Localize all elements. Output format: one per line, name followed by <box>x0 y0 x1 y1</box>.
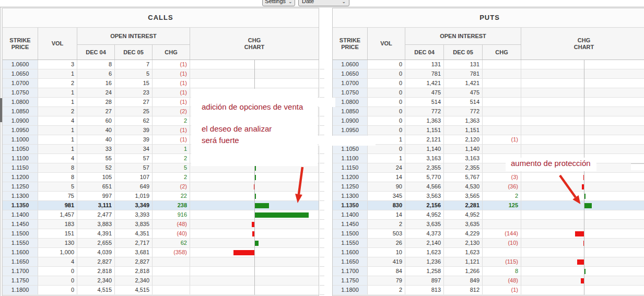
chg-cell <box>483 248 521 257</box>
table-row[interactable]: 1.13003453,5633,5652 <box>333 192 644 201</box>
panel-gap-row-ticks <box>320 60 324 296</box>
column-group-open-interest: OPEN INTEREST DEC 04 DEC 05 CHG <box>77 28 190 60</box>
table-row[interactable]: 1.15501302,6552,71762 <box>3 239 319 248</box>
strike-cell: 1.0700 <box>333 79 368 88</box>
table-row[interactable]: 1.16001,0004,0393,681(358) <box>3 248 319 257</box>
table-row[interactable]: 1.1400144,9524,952 <box>333 210 644 220</box>
strike-cell: 1.0650 <box>3 69 38 78</box>
column-header-chg: CHG <box>153 45 190 60</box>
vol-cell: 10 <box>368 248 405 257</box>
compare-date-button[interactable]: Compare Date ⌄ <box>298 0 349 6</box>
chg-cell: 2 <box>153 154 190 163</box>
table-row[interactable]: 1.07500475475 <box>333 88 644 98</box>
table-row[interactable]: 1.1300759971,01922 <box>3 192 319 201</box>
vol-cell: 1,457 <box>38 210 77 219</box>
table-row[interactable]: 1.13508302,1562,281125 <box>333 201 644 210</box>
oi-dec05-cell: 57 <box>115 163 153 172</box>
table-row[interactable]: 1.16504191,2361,121(115) <box>333 257 644 267</box>
table-row[interactable]: 1.13509813,1113,349238 <box>3 201 319 210</box>
table-row[interactable]: 1.15005034,3734,229(144) <box>333 229 644 239</box>
chg-chart-cell <box>521 286 644 294</box>
table-row[interactable]: 1.105001,1401,140 <box>333 145 644 154</box>
table-row[interactable]: 1.08000514514 <box>333 98 644 107</box>
table-row[interactable]: 1.14501833,8833,835(48) <box>3 220 319 229</box>
column-header-chg: CHG <box>483 45 521 60</box>
oi-dec05-cell: 649 <box>115 182 153 191</box>
whiteout-patch <box>319 98 335 107</box>
oi-dec04-cell: 16 <box>77 79 115 88</box>
chg-cell: (3) <box>483 173 521 182</box>
oi-dec04-cell: 2,827 <box>77 257 115 266</box>
table-row[interactable]: 1.170002,8182,818 <box>3 267 319 276</box>
column-header-strike-price: STRIKE PRICE <box>3 28 38 60</box>
chg-cell <box>483 116 521 125</box>
chg-cell <box>153 267 190 276</box>
table-row[interactable]: 1.18002813812(1) <box>333 286 644 295</box>
strike-cell: 1.0950 <box>3 126 38 135</box>
strike-cell: 1.1650 <box>3 257 38 266</box>
table-row[interactable]: 1.0650165(1) <box>3 69 319 79</box>
table-row[interactable]: 1.180004,5154,515 <box>3 286 319 295</box>
table-row[interactable]: 1.070021615(1) <box>3 79 319 88</box>
strike-cell: 1.0900 <box>3 116 38 125</box>
oi-dec04-cell: 55 <box>77 154 115 163</box>
table-row[interactable]: 1.1200145,7705,767(3) <box>333 173 644 182</box>
table-row[interactable]: 1.1600101,6231,623 <box>333 248 644 257</box>
table-row[interactable]: 1.06000131131 <box>333 60 644 69</box>
table-row[interactable]: 1.1550262,1402,130(10) <box>333 239 644 248</box>
vol-cell: 79 <box>368 276 405 285</box>
left-scrollbar-thumb[interactable] <box>0 98 2 122</box>
annotation-text: será fuerte <box>202 136 239 145</box>
oi-dec05-cell: 772 <box>444 107 483 116</box>
chg-bar-negative <box>233 250 254 255</box>
vol-cell: 4 <box>38 116 77 125</box>
chg-bar-positive <box>584 269 586 274</box>
chg-chart-cell <box>521 126 644 135</box>
chg-bar-positive <box>255 165 256 171</box>
table-row[interactable]: 1.1700841,2581,2668 <box>333 267 644 276</box>
table-row[interactable]: 1.070001,4211,421 <box>333 79 644 88</box>
table-row[interactable]: 1.110013,1633,163 <box>333 154 644 163</box>
strike-cell: 1.0850 <box>333 107 368 116</box>
oi-dec04-cell: 772 <box>405 107 444 116</box>
chg-bar-positive <box>255 241 259 246</box>
table-row[interactable]: 1.145023,6353,635 <box>333 220 644 229</box>
chg-cell: 1 <box>153 145 190 153</box>
chg-bar-negative <box>581 278 584 283</box>
vol-cell: 75 <box>38 192 77 200</box>
table-row[interactable]: 1.12505651649(2) <box>3 182 319 192</box>
table-row[interactable]: 1.090001,3631,363 <box>333 116 644 126</box>
vol-cell: 1 <box>368 154 405 163</box>
table-row[interactable]: 1.165042,8272,827 <box>3 257 319 267</box>
oi-dec05-cell: 39 <box>115 126 153 135</box>
table-row[interactable]: 1.15001514,3914,351(40) <box>3 229 319 239</box>
table-row[interactable]: 1.1250904,5664,530(36) <box>333 182 644 192</box>
panel-title: PUTS <box>333 8 644 28</box>
strike-cell: 1.1050 <box>3 145 38 153</box>
table-row[interactable]: 1.08500772772 <box>333 107 644 116</box>
oi-dec05-cell: 3,349 <box>115 201 153 210</box>
chg-cell: (2) <box>153 182 190 191</box>
oi-dec04-cell: 6 <box>77 69 115 78</box>
table-row[interactable]: 1.06500781781 <box>333 69 644 79</box>
table-row[interactable]: 1.175079897849(48) <box>333 276 644 286</box>
vol-cell: 0 <box>368 145 405 153</box>
table-row[interactable]: 1.0600387(1) <box>3 60 319 69</box>
table-row[interactable]: 1.1150242,3552,355 <box>333 163 644 173</box>
vol-cell: 0 <box>368 79 405 88</box>
table-row[interactable]: 1.175002,3402,340 <box>3 276 319 286</box>
strike-cell: 1.0600 <box>333 60 368 69</box>
oi-dec04-cell: 1,151 <box>405 126 444 135</box>
oi-dec05-cell: 1,151 <box>444 126 483 135</box>
settings-button[interactable]: Settings ⌄ <box>262 0 295 6</box>
oi-dec05-cell: 4,229 <box>444 229 483 238</box>
table-row[interactable]: 1.095001,1511,151 <box>333 126 644 135</box>
chg-cell: 2 <box>153 173 190 182</box>
puts-table-body: 1.060001311311.065007817811.070001,4211,… <box>333 60 644 295</box>
strike-cell: 1.1200 <box>3 173 38 182</box>
oi-dec04-cell: 4,039 <box>77 248 115 257</box>
chg-chart-cell <box>521 220 644 229</box>
annotation-text: aumento de protección <box>511 159 591 168</box>
table-row[interactable]: 1.120081051072 <box>3 173 319 182</box>
table-row[interactable]: 1.100012,1212,120(1) <box>333 135 644 145</box>
